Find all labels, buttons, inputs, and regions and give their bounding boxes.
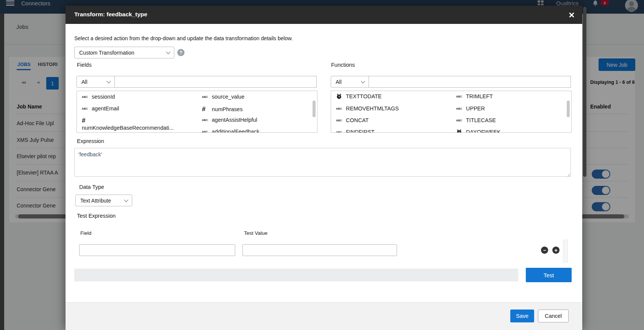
abc-icon: ABC [82,107,92,110]
modal-scrollbar-thumb[interactable] [583,7,586,177]
functions-filter-dropdown[interactable]: All [331,76,369,88]
data-type-label: Data Type [79,184,104,190]
modal-header: Transform: feedback_type [66,6,582,24]
clock-icon [456,129,466,133]
abc-icon: ABC [456,119,466,122]
test-button[interactable]: Test [526,268,572,282]
modal-footer: Save Cancel [66,302,582,330]
function-item[interactable]: ABC FINDFIRST [336,129,375,133]
fields-list: ABC sessionId ABC agentEmail # numKnowle… [77,91,317,133]
action-dropdown-value: Custom Transformation [79,50,134,56]
field-item[interactable]: ABC sessionId [82,94,115,100]
abc-icon: ABC [456,107,466,110]
abc-icon: ABC [202,96,212,98]
abc-icon: ABC [456,95,466,98]
abc-icon: ABC [336,131,346,133]
functions-filter-value: All [336,79,342,85]
transform-modal: Transform: feedback_type Select a desire… [66,6,582,330]
functions-list: TEXTTODATE ABC REMOVEHTMLTAGS ABC CONCAT… [331,91,572,133]
modal-title: Transform: feedback_type [74,11,147,18]
plus-icon: + [554,248,557,253]
fields-filter-value: All [81,79,88,85]
chevron-down-icon [106,79,111,83]
test-value-input[interactable] [242,244,397,256]
chevron-down-icon [124,198,128,202]
functions-label: Functions [331,62,355,68]
hash-icon: # [202,105,212,113]
function-item[interactable]: ABC TITLECASE [456,117,496,123]
fields-filter-dropdown[interactable]: All [77,76,115,88]
fields-label: Fields [77,62,92,68]
function-item[interactable]: ABC UPPER [456,105,485,112]
test-value-label: Test Value [244,230,267,236]
hash-icon: # [82,117,92,124]
close-button[interactable] [568,11,575,19]
action-dropdown[interactable]: Custom Transformation [74,47,174,58]
abc-icon: ABC [82,96,92,98]
functions-search-input[interactable] [369,76,571,88]
expression-label: Expression [77,138,104,144]
field-item[interactable]: ABC source_value [202,94,244,100]
remove-row-button[interactable]: − [541,247,548,254]
fields-list-scrollbar-thumb[interactable] [313,101,316,117]
field-item[interactable]: ABC agentEmail [82,105,119,112]
data-type-value: Text Attribute [80,198,111,204]
help-button[interactable]: ? [177,49,184,56]
chevron-down-icon [361,79,365,83]
add-row-button[interactable]: + [552,247,560,254]
function-item[interactable]: ABC CONCAT [336,117,369,123]
test-result-bar [74,269,518,281]
functions-list-scrollbar-thumb[interactable] [567,101,570,117]
function-item[interactable]: ABC TRIMLEFT [456,93,493,99]
abc-icon: ABC [336,119,346,122]
test-field-input[interactable] [79,244,235,256]
field-item[interactable]: ABC additionalFeedback [202,129,259,133]
expression-textarea[interactable]: 'feedback' [74,148,571,177]
abc-icon: ABC [202,130,212,133]
function-item[interactable]: TEXTTODATE [336,93,382,99]
field-label: Field [80,230,91,236]
clock-icon [336,93,346,99]
field-item[interactable]: # numPhrases [202,105,242,113]
abc-icon: ABC [336,107,346,110]
save-button[interactable]: Save [510,310,534,322]
field-item[interactable]: ABC agentAssistHelpful [202,117,257,123]
function-item[interactable]: ABC REMOVEHTMLTAGS [336,105,399,112]
data-type-dropdown[interactable]: Text Attribute [75,195,132,206]
fields-search-input[interactable] [114,76,317,88]
minus-icon: − [543,248,546,253]
field-item[interactable]: # numKnowledgeBaseRecommendati... [82,117,174,131]
cancel-button[interactable]: Cancel [538,310,569,322]
test-expression-label: Test Expression [77,213,116,219]
test-rows-scrollbar-track [563,240,568,262]
chevron-down-icon [166,50,170,54]
abc-icon: ABC [202,119,212,121]
function-item[interactable]: DAYOFWEEK [456,129,501,133]
instruction-text: Select a desired action from the drop-do… [74,35,293,41]
